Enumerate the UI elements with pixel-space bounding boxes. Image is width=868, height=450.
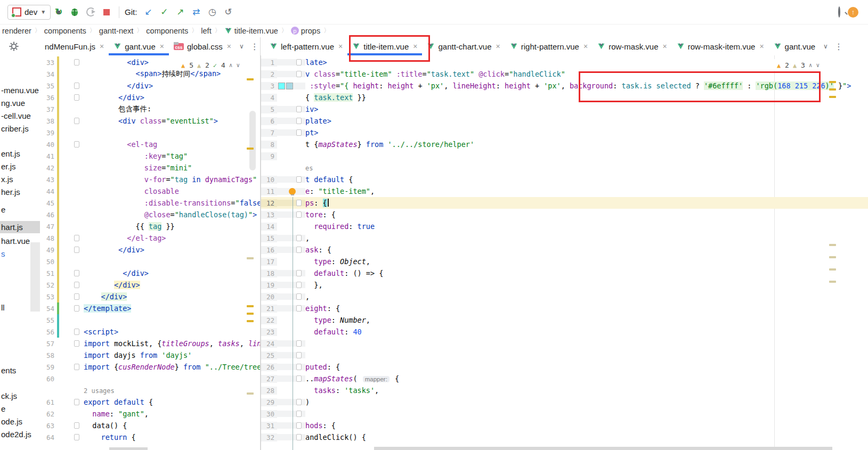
code-text[interactable]: type: Number,: [305, 316, 868, 324]
code-text[interactable]: hods: {: [305, 421, 868, 430]
code-text[interactable]: </el-tag>: [84, 234, 260, 242]
code-text[interactable]: ): [305, 398, 868, 406]
line-number[interactable]: 50: [40, 258, 57, 266]
fold-marker-icon[interactable]: [296, 211, 302, 218]
code-line[interactable]: 37 包含事件:: [40, 103, 260, 115]
fold-marker-icon[interactable]: [296, 434, 302, 440]
line-number[interactable]: 27: [261, 375, 277, 383]
code-text[interactable]: size="mini": [84, 163, 260, 172]
line-number[interactable]: 39: [40, 129, 57, 137]
line-number[interactable]: 44: [40, 187, 57, 195]
fold-marker-icon[interactable]: [74, 235, 79, 241]
fold-marker-icon[interactable]: [74, 141, 79, 148]
stripe-mark[interactable]: [829, 268, 836, 271]
fold-marker-icon[interactable]: [296, 59, 302, 66]
tab-right-pattern.vue[interactable]: right-pattern.vue×: [505, 37, 593, 55]
fold-marker-icon[interactable]: [74, 422, 79, 429]
code-line[interactable]: 14 required: true: [261, 220, 868, 232]
line-number[interactable]: 57: [40, 340, 57, 348]
line-number[interactable]: 38: [40, 117, 57, 125]
close-icon[interactable]: ×: [160, 42, 164, 51]
line-number[interactable]: 16: [261, 246, 277, 254]
line-number[interactable]: 6: [261, 117, 277, 125]
line-number[interactable]: 63: [40, 422, 57, 430]
breadcrumb-item-props[interactable]: pprops: [290, 27, 321, 35]
code-text[interactable]: closable: [84, 187, 260, 195]
line-number[interactable]: 25: [261, 351, 277, 359]
fold-marker-icon[interactable]: [296, 422, 302, 429]
code-text[interactable]: <script>: [84, 328, 260, 336]
sidebar-item[interactable]: ent.js: [0, 148, 40, 160]
stripe-mark[interactable]: [829, 256, 836, 258]
code-line[interactable]: 13tore: {: [261, 209, 868, 220]
code-line[interactable]: 7pt>: [261, 127, 868, 138]
breadcrumb-item-components[interactable]: components: [145, 27, 189, 35]
code-line[interactable]: 31hods: {: [261, 420, 868, 431]
sidebar-item[interactable]: hart.js: [0, 221, 40, 233]
code-line[interactable]: 44 closable: [40, 185, 260, 197]
line-number[interactable]: 56: [40, 328, 57, 336]
stripe-mark[interactable]: [829, 88, 836, 91]
stripe-mark[interactable]: [247, 313, 254, 315]
update-project-icon[interactable]: ↙: [141, 5, 155, 19]
debug-icon[interactable]: [68, 5, 82, 19]
code-line[interactable]: 38 <div class="eventList">: [40, 115, 260, 127]
code-text[interactable]: puted: {: [305, 363, 868, 371]
code-text[interactable]: <div class="eventList">: [84, 117, 260, 125]
line-number[interactable]: 11: [261, 187, 277, 195]
fold-marker-icon[interactable]: [296, 340, 302, 347]
code-line[interactable]: 40 <el-tag: [40, 138, 260, 150]
code-line[interactable]: 18 default: () => {: [261, 267, 868, 279]
fold-marker-icon[interactable]: [296, 352, 302, 358]
code-text[interactable]: <el-tag: [84, 140, 260, 149]
line-number[interactable]: 24: [261, 340, 277, 348]
tab-ndMenuFun.js[interactable]: ndMenuFun.js×: [40, 37, 109, 55]
code-line[interactable]: 52 </div>: [40, 279, 260, 291]
fold-marker-icon[interactable]: [74, 305, 79, 312]
close-icon[interactable]: ×: [496, 42, 500, 51]
code-line[interactable]: 43 v-for="tag in dynamicTags": [40, 174, 260, 185]
tab-list-chevron-icon[interactable]: ∨: [236, 43, 247, 50]
scrollbar-thumb[interactable]: [249, 111, 256, 170]
gear-icon[interactable]: [9, 41, 19, 54]
fold-marker-icon[interactable]: [74, 282, 79, 288]
search-icon[interactable]: [838, 7, 840, 17]
line-number[interactable]: 18: [261, 269, 277, 277]
tab-list-chevron-icon[interactable]: ∨: [820, 43, 831, 50]
code-line[interactable]: 25: [261, 349, 868, 361]
code-line[interactable]: 2 usages: [40, 384, 260, 396]
code-line[interactable]: 20,: [261, 291, 868, 302]
line-number[interactable]: 3: [261, 82, 277, 90]
sidebar-item[interactable]: e: [0, 403, 40, 415]
fetch-icon[interactable]: ⇄: [189, 5, 203, 19]
line-number[interactable]: 37: [40, 105, 57, 113]
code-line[interactable]: 17 type: Object,: [261, 256, 868, 267]
fold-marker-icon[interactable]: [74, 399, 79, 405]
fold-marker-icon[interactable]: [296, 200, 302, 206]
code-text[interactable]: ,: [305, 234, 868, 242]
code-line[interactable]: 55: [40, 314, 260, 326]
code-text[interactable]: },: [305, 281, 868, 289]
breadcrumb-item-renderer[interactable]: renderer: [1, 27, 33, 35]
stripe-mark[interactable]: [247, 78, 254, 80]
push-icon[interactable]: ↗: [173, 5, 187, 19]
close-icon[interactable]: ×: [663, 42, 667, 51]
fold-marker-icon[interactable]: [296, 305, 302, 312]
stripe-mark[interactable]: [247, 392, 254, 395]
code-line[interactable]: 27..mapStates( mapper: {: [261, 373, 868, 384]
code-text[interactable]: :disable-transitions="false": [84, 199, 260, 207]
code-text[interactable]: es: [305, 163, 868, 172]
code-line[interactable]: 21eight: {: [261, 302, 868, 314]
code-text[interactable]: </template>: [84, 304, 260, 313]
code-line[interactable]: 61export default {: [40, 396, 260, 408]
line-number[interactable]: 53: [40, 293, 57, 301]
code-text[interactable]: e: "title-item",: [305, 187, 868, 195]
line-number[interactable]: 17: [261, 258, 277, 266]
line-number[interactable]: 33: [40, 59, 57, 67]
inspections-widget[interactable]: ▲ 5 ▲ 2 ✓ 4 ∧ ∨: [178, 59, 243, 71]
fold-marker-icon[interactable]: [74, 329, 79, 335]
code-line[interactable]: 22 type: Number,: [261, 314, 868, 326]
line-number[interactable]: 36: [40, 94, 57, 102]
breadcrumb-item-title-item.vue[interactable]: title-item.vue: [223, 27, 279, 35]
line-number[interactable]: 45: [40, 199, 57, 207]
